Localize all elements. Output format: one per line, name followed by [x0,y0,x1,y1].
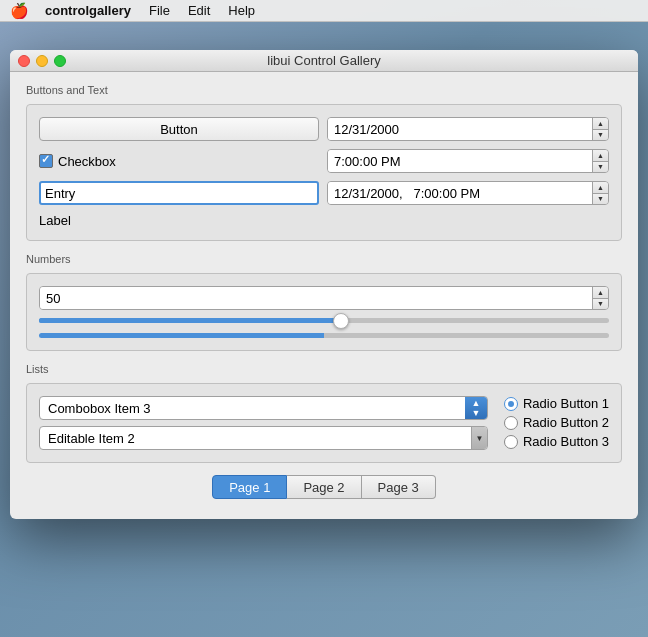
radio-button-2[interactable] [504,416,518,430]
datetime-up-arrow[interactable]: ▲ [593,182,608,194]
datetime-input[interactable] [328,182,592,204]
datetime-down-arrow[interactable]: ▼ [593,194,608,205]
radio-label-1: Radio Button 1 [523,396,609,411]
entry-input[interactable] [39,181,319,205]
radio-button-1[interactable] [504,397,518,411]
close-button[interactable] [18,55,30,67]
menu-file[interactable]: File [141,1,178,21]
main-button[interactable]: Button [39,117,319,141]
slider-1[interactable] [39,318,609,323]
lists-label: Lists [26,363,622,375]
checkbox-label[interactable]: Checkbox [39,154,319,169]
tab-page1[interactable]: Page 1 [212,475,287,499]
menu-controlgallery[interactable]: controlgallery [37,1,139,21]
tab-page3[interactable]: Page 3 [362,475,436,499]
number-input[interactable] [40,287,592,309]
radio-item-1[interactable]: Radio Button 1 [504,396,609,411]
radio-label-3: Radio Button 3 [523,434,609,449]
time-spinner[interactable]: ▲ ▼ [327,149,609,173]
slider-2[interactable] [39,333,609,338]
checkbox-text: Checkbox [58,154,116,169]
editable-combobox[interactable]: ▼ [39,426,488,450]
menu-help[interactable]: Help [220,1,263,21]
numbers-label: Numbers [26,253,622,265]
datetime-spinner[interactable]: ▲ ▼ [327,181,609,205]
radio-label-2: Radio Button 2 [523,415,609,430]
window-title: libui Control Gallery [267,53,380,68]
date-input[interactable] [328,118,592,140]
numbers-section: Numbers ▲ ▼ [26,253,622,351]
tab-page2[interactable]: Page 2 [287,475,361,499]
apple-menu[interactable]: 🍎 [4,2,35,20]
date-up-arrow[interactable]: ▲ [593,118,608,130]
combobox-value: Combobox Item 3 [40,401,465,416]
radio-item-3[interactable]: Radio Button 3 [504,434,609,449]
buttons-text-section: Buttons and Text Button ▲ ▼ [26,84,622,241]
number-down-arrow[interactable]: ▼ [593,299,608,310]
checkbox-input[interactable] [39,154,53,168]
static-label: Label [39,213,609,228]
number-up-arrow[interactable]: ▲ [593,287,608,299]
buttons-text-label: Buttons and Text [26,84,622,96]
number-spinner[interactable]: ▲ ▼ [39,286,609,310]
lists-section: Lists Combobox Item 3 ▲▼ ▼ [26,363,622,463]
slider-1-thumb[interactable] [333,313,349,329]
combobox[interactable]: Combobox Item 3 ▲▼ [39,396,488,420]
combobox-dropdown-button[interactable]: ▲▼ [465,397,487,419]
time-down-arrow[interactable]: ▼ [593,162,608,173]
date-spinner[interactable]: ▲ ▼ [327,117,609,141]
editable-dropdown-button[interactable]: ▼ [471,427,487,449]
maximize-button[interactable] [54,55,66,67]
dropdowns-group: Combobox Item 3 ▲▼ ▼ [39,396,488,450]
date-down-arrow[interactable]: ▼ [593,130,608,141]
minimize-button[interactable] [36,55,48,67]
menu-edit[interactable]: Edit [180,1,218,21]
time-up-arrow[interactable]: ▲ [593,150,608,162]
radio-button-3[interactable] [504,435,518,449]
time-input[interactable] [328,150,592,172]
radio-item-2[interactable]: Radio Button 2 [504,415,609,430]
radio-group: Radio Button 1 Radio Button 2 Radio Butt… [504,396,609,449]
tabs-bar: Page 1 Page 2 Page 3 [26,475,622,499]
editable-input[interactable] [40,431,471,446]
